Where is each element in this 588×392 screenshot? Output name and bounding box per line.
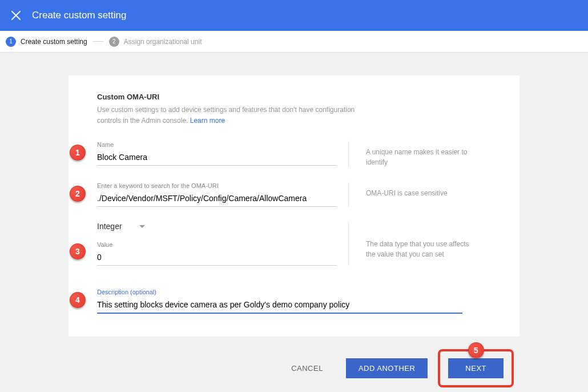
- card-title: Custom OMA-URI: [97, 93, 491, 101]
- annotation-badge: 5: [468, 342, 484, 358]
- annotation-badge: 4: [70, 292, 86, 308]
- next-highlight-box: 5 NEXT: [438, 349, 514, 387]
- step-label: Assign organizational unit: [124, 38, 202, 46]
- omauri-label: Enter a keyword to search for the OMA-UR…: [97, 182, 348, 189]
- stepper: 1 Create custom setting 2 Assign organiz…: [0, 31, 588, 53]
- name-label: Name: [97, 141, 348, 148]
- step-separator: [93, 41, 103, 42]
- step-number: 2: [109, 37, 119, 47]
- card-subtitle: Use custom settings to add device settin…: [97, 105, 360, 126]
- omauri-input[interactable]: [97, 190, 337, 207]
- card-subtitle-text: Use custom settings to add device settin…: [97, 106, 355, 125]
- name-hint: A unique name makes it easier to identif…: [366, 147, 480, 167]
- description-label: Description (optional): [97, 289, 474, 295]
- datatype-selected: Integer: [97, 222, 122, 231]
- learn-more-link[interactable]: Learn more: [190, 117, 225, 125]
- dialog-title: Create custom setting: [32, 10, 126, 21]
- dialog-header: Create custom setting: [0, 0, 588, 31]
- omauri-hint: OMA-URI is case sensitive: [366, 188, 448, 198]
- value-label: Value: [97, 241, 348, 248]
- name-input[interactable]: [97, 149, 337, 166]
- next-button[interactable]: NEXT: [448, 358, 504, 378]
- chevron-down-icon: [139, 225, 145, 228]
- step-number: 1: [6, 37, 16, 47]
- annotation-badge: 2: [70, 186, 86, 202]
- value-input[interactable]: [97, 249, 337, 266]
- step-assign-org-unit[interactable]: 2 Assign organizational unit: [109, 37, 202, 47]
- add-another-button[interactable]: ADD ANOTHER: [346, 358, 428, 378]
- close-icon[interactable]: [9, 9, 23, 22]
- step-label: Create custom setting: [21, 38, 87, 46]
- datatype-select[interactable]: Integer: [97, 222, 348, 231]
- content-area: Custom OMA-URI Use custom settings to ad…: [0, 53, 588, 392]
- annotation-badge: 3: [70, 243, 86, 259]
- description-input[interactable]: [97, 297, 462, 314]
- dialog-footer: CANCEL ADD ANOTHER 5 NEXT: [69, 349, 519, 387]
- datatype-hint: The data type that you use affects the v…: [366, 239, 480, 259]
- settings-card: Custom OMA-URI Use custom settings to ad…: [69, 75, 519, 337]
- step-create-custom-setting[interactable]: 1 Create custom setting: [6, 37, 87, 47]
- cancel-button[interactable]: CANCEL: [279, 358, 336, 378]
- annotation-badge: 1: [70, 145, 86, 161]
